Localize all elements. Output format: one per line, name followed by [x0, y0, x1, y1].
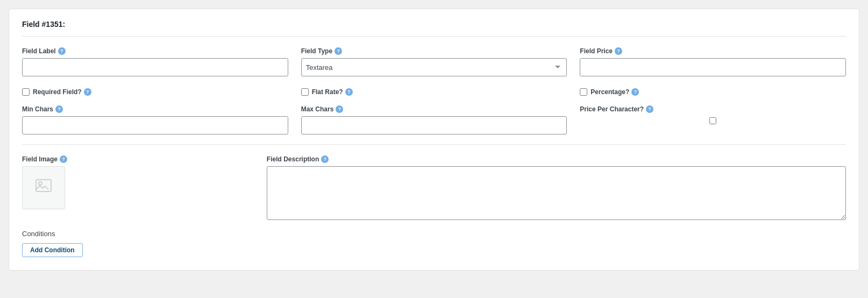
price-per-char-checkbox[interactable] [580, 117, 846, 124]
required-field-checkbox[interactable] [22, 88, 30, 96]
min-chars-group: Min Chars ? [22, 105, 288, 134]
field-price-group: Field Price ? [580, 47, 846, 76]
row-2: Required Field? ? Flat Rate? ? Percentag… [22, 86, 846, 96]
max-chars-input[interactable] [301, 116, 567, 134]
field-type-label: Field Type ? [301, 47, 567, 55]
image-placeholder-icon [35, 178, 52, 198]
field-type-group: Field Type ? Textarea Text Number Select… [301, 47, 567, 76]
field-label-label: Field Label ? [22, 47, 288, 55]
price-per-char-help-icon[interactable]: ? [646, 105, 653, 113]
max-chars-help-icon[interactable]: ? [336, 105, 343, 113]
price-per-char-group: Price Per Character? ? [580, 105, 846, 124]
field-image-col: Field Image ? [22, 155, 254, 209]
field-label-group: Field Label ? [22, 47, 288, 76]
field-label-input[interactable] [22, 58, 288, 76]
price-per-char-label: Price Per Character? ? [580, 105, 846, 113]
field-description-label: Field Description ? [267, 155, 846, 163]
field-description-textarea[interactable] [267, 166, 846, 220]
field-description-group: Field Description ? [267, 155, 846, 220]
field-type-select[interactable]: Textarea Text Number Select Checkbox Rad… [301, 58, 567, 76]
svg-rect-0 [36, 180, 51, 191]
required-field-col: Required Field? ? [22, 86, 288, 96]
row-4: Field Image ? Field Descrip [22, 155, 846, 220]
max-chars-group: Max Chars ? [301, 105, 567, 134]
required-field-help-icon[interactable]: ? [84, 88, 91, 96]
percentage-checkbox[interactable] [580, 88, 587, 96]
price-per-char-col: Price Per Character? ? [580, 105, 846, 124]
percentage-group: Percentage? ? [580, 86, 846, 96]
field-price-help-icon[interactable]: ? [615, 47, 622, 55]
field-description-col: Field Description ? [267, 155, 846, 220]
field-label-col: Field Label ? [22, 47, 288, 76]
min-chars-col: Min Chars ? [22, 105, 288, 134]
row-1: Field Label ? Field Type ? Textarea Text… [22, 47, 846, 76]
flat-rate-group: Flat Rate? ? [301, 86, 567, 96]
field-price-label: Field Price ? [580, 47, 846, 55]
section-divider [22, 144, 846, 145]
conditions-section: Conditions Add Condition [22, 230, 846, 257]
field-price-input[interactable] [580, 58, 846, 76]
field-description-help-icon[interactable]: ? [321, 155, 329, 163]
field-label-help-icon[interactable]: ? [58, 47, 66, 55]
flat-rate-col: Flat Rate? ? [301, 86, 567, 96]
min-chars-input[interactable] [22, 116, 288, 134]
conditions-label: Conditions [22, 230, 846, 238]
row-3: Min Chars ? Max Chars ? Price Per Charac… [22, 105, 846, 134]
image-upload-area[interactable] [22, 166, 65, 209]
max-chars-col: Max Chars ? [301, 105, 567, 134]
field-image-group: Field Image ? [22, 155, 254, 209]
percentage-col: Percentage? ? [580, 86, 846, 96]
required-field-group: Required Field? ? [22, 86, 288, 96]
field-type-col: Field Type ? Textarea Text Number Select… [301, 47, 567, 76]
add-condition-button[interactable]: Add Condition [22, 243, 83, 257]
max-chars-label: Max Chars ? [301, 105, 567, 113]
required-field-label: Required Field? ? [33, 88, 91, 96]
flat-rate-label: Flat Rate? ? [312, 88, 353, 96]
percentage-help-icon[interactable]: ? [631, 88, 639, 96]
field-image-label: Field Image ? [22, 155, 254, 163]
percentage-label: Percentage? ? [590, 88, 639, 96]
min-chars-label: Min Chars ? [22, 105, 288, 113]
field-price-col: Field Price ? [580, 47, 846, 76]
field-image-help-icon[interactable]: ? [60, 155, 67, 163]
field-type-help-icon[interactable]: ? [335, 47, 342, 55]
field-card: Field #1351: Field Label ? Field Type ? … [9, 9, 859, 271]
flat-rate-help-icon[interactable]: ? [345, 88, 353, 96]
flat-rate-checkbox[interactable] [301, 88, 309, 96]
min-chars-help-icon[interactable]: ? [55, 105, 63, 113]
svg-point-1 [39, 182, 42, 185]
page-title: Field #1351: [22, 20, 846, 37]
